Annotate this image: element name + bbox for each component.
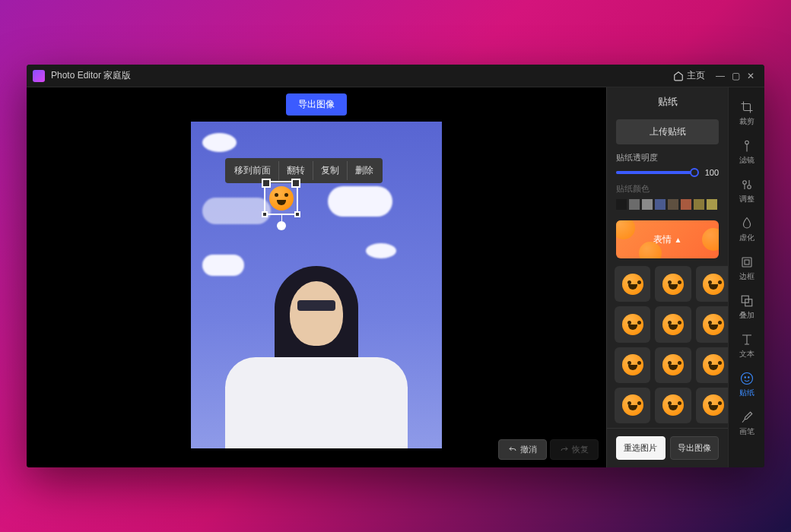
emoji-icon xyxy=(622,354,643,375)
filter-icon xyxy=(740,139,754,153)
titlebar: Photo Editor 家庭版 主页 — ▢ ✕ xyxy=(27,65,764,87)
sticker-item[interactable] xyxy=(696,388,729,423)
emoji-icon xyxy=(662,274,684,295)
crop-icon xyxy=(740,100,754,114)
panel-export-button[interactable]: 导出图像 xyxy=(670,436,720,460)
tool-label: 虚化 xyxy=(739,233,754,243)
sticker-context-toolbar: 移到前面 翻转 复制 删除 xyxy=(225,158,383,183)
ctx-bring-front[interactable]: 移到前面 xyxy=(227,161,279,180)
opacity-control: 贴纸透明度 100 xyxy=(607,152,728,183)
ctx-flip[interactable]: 翻转 xyxy=(279,161,313,180)
color-swatch[interactable] xyxy=(668,199,678,210)
tool-blur[interactable]: 虚化 xyxy=(732,211,762,249)
color-swatch[interactable] xyxy=(616,199,627,210)
brush-icon xyxy=(740,410,754,424)
home-button[interactable]: 主页 xyxy=(673,69,705,82)
emoji-smile-icon xyxy=(269,186,294,211)
opacity-value: 100 xyxy=(700,168,719,177)
resize-handle[interactable] xyxy=(262,211,268,217)
sticker-item[interactable] xyxy=(615,266,650,302)
sticker-item[interactable] xyxy=(655,266,691,302)
color-swatch[interactable] xyxy=(642,199,653,210)
svg-point-2 xyxy=(747,185,751,189)
svg-rect-4 xyxy=(745,260,749,264)
tool-overlay[interactable]: 叠加 xyxy=(732,289,762,326)
color-swatch[interactable] xyxy=(707,199,717,210)
sticker-item[interactable] xyxy=(696,347,729,383)
tool-filter[interactable]: 滤镜 xyxy=(732,134,762,171)
tool-sticker[interactable]: 贴纸 xyxy=(732,366,762,404)
canvas-area: 导出图像 移到前面 翻转 复制 删除 xyxy=(27,87,606,467)
tool-adjust[interactable]: 调整 xyxy=(732,173,762,210)
ctx-delete[interactable]: 删除 xyxy=(348,161,381,180)
svg-rect-3 xyxy=(742,258,751,267)
emoji-icon xyxy=(703,314,724,335)
emoji-icon xyxy=(622,394,643,416)
photo-canvas[interactable]: 移到前面 翻转 复制 删除 xyxy=(191,122,442,448)
home-icon xyxy=(673,71,684,81)
tool-label: 边框 xyxy=(739,271,754,282)
maximize-button[interactable]: ▢ xyxy=(728,71,743,81)
sticker-item[interactable] xyxy=(615,347,650,383)
undo-redo-group: 撤消 恢复 xyxy=(498,439,599,460)
cloud-decor xyxy=(328,186,392,217)
app-window: Photo Editor 家庭版 主页 — ▢ ✕ 导出图像 xyxy=(27,65,764,467)
category-label: 表情 xyxy=(653,233,672,246)
sticker-item[interactable] xyxy=(615,388,650,423)
opacity-label: 贴纸透明度 xyxy=(616,152,719,163)
reselect-image-button[interactable]: 重选图片 xyxy=(616,436,666,460)
color-swatch[interactable] xyxy=(681,199,691,210)
sticker-item[interactable] xyxy=(696,306,729,342)
undo-button[interactable]: 撤消 xyxy=(498,439,547,460)
emoji-icon xyxy=(662,354,684,375)
tool-frame[interactable]: 边框 xyxy=(732,250,762,287)
text-icon xyxy=(740,333,754,347)
sticker-item[interactable] xyxy=(655,306,691,342)
color-swatch[interactable] xyxy=(655,199,666,210)
panel-footer: 重选图片 导出图像 xyxy=(607,428,728,467)
cloud-decor xyxy=(202,198,271,224)
color-swatch[interactable] xyxy=(629,199,640,210)
resize-handle[interactable] xyxy=(294,211,300,217)
redo-button[interactable]: 恢复 xyxy=(550,439,599,460)
export-button[interactable]: 导出图像 xyxy=(286,93,347,116)
tool-label: 调整 xyxy=(739,194,754,204)
tool-text[interactable]: 文本 xyxy=(732,328,762,365)
close-button[interactable]: ✕ xyxy=(743,71,758,81)
emoji-icon xyxy=(703,274,724,295)
tool-label: 叠加 xyxy=(739,310,754,321)
color-label: 贴纸颜色 xyxy=(616,183,719,195)
cloud-decor xyxy=(202,133,237,152)
emoji-icon xyxy=(622,274,643,295)
upload-sticker-button[interactable]: 上传贴纸 xyxy=(616,119,719,144)
opacity-slider[interactable] xyxy=(616,171,694,174)
sticker-item[interactable] xyxy=(615,306,650,342)
redo-label: 恢复 xyxy=(572,444,589,455)
ctx-copy[interactable]: 复制 xyxy=(313,161,348,180)
adjust-icon xyxy=(740,178,754,192)
sticker-item[interactable] xyxy=(696,266,729,302)
selected-sticker[interactable] xyxy=(264,181,298,215)
tool-label: 贴纸 xyxy=(739,388,754,398)
color-swatch[interactable] xyxy=(694,199,704,210)
frame-icon xyxy=(740,255,754,269)
tool-label: 滤镜 xyxy=(739,155,754,166)
blur-icon xyxy=(740,217,754,230)
sticker-item[interactable] xyxy=(655,347,691,383)
tool-label: 裁剪 xyxy=(739,116,754,127)
rotate-handle[interactable] xyxy=(277,221,286,230)
minimize-button[interactable]: — xyxy=(713,71,728,81)
undo-label: 撤消 xyxy=(520,444,537,455)
content-area: 导出图像 移到前面 翻转 复制 删除 xyxy=(27,87,764,467)
emoji-icon xyxy=(703,394,724,416)
sticker-grid xyxy=(607,261,728,428)
slider-thumb[interactable] xyxy=(690,168,699,177)
sticker-item[interactable] xyxy=(655,388,691,423)
emoji-icon xyxy=(703,354,724,375)
sticker-panel: 贴纸 上传贴纸 贴纸透明度 100 贴纸颜色 表情 ▲ xyxy=(606,87,728,467)
tool-label: 文本 xyxy=(739,349,754,359)
tool-brush[interactable]: 画笔 xyxy=(732,405,762,442)
svg-point-0 xyxy=(745,141,748,144)
tool-crop[interactable]: 裁剪 xyxy=(732,95,762,132)
category-card-emotions[interactable]: 表情 ▲ xyxy=(616,220,719,258)
